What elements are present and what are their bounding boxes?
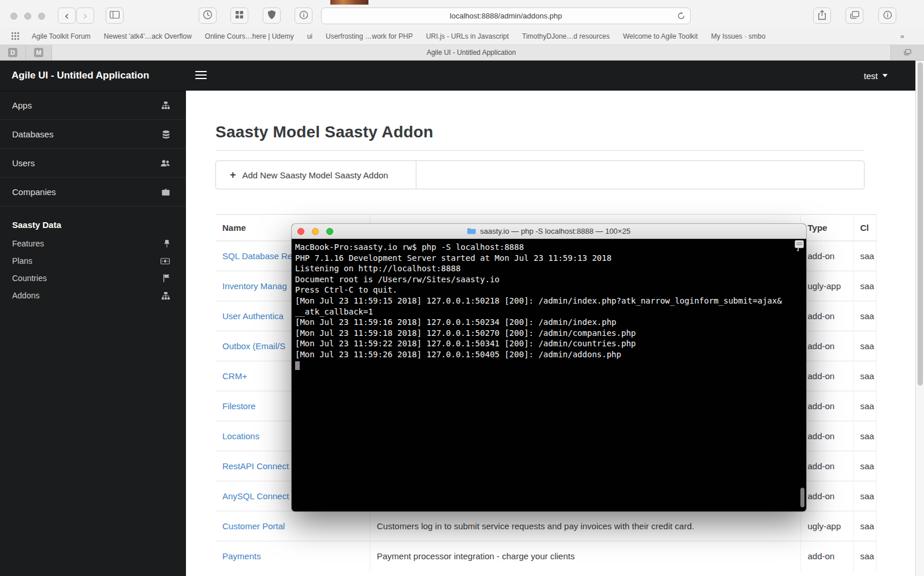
- pinned-tab-favicon: M: [34, 48, 43, 57]
- hamburger-menu-icon[interactable]: [195, 71, 207, 81]
- back-button[interactable]: ‹: [58, 8, 76, 24]
- terminal-content[interactable]: MacBook-Pro:saasty.io rw$ php -S localho…: [292, 239, 806, 511]
- bookmark-item[interactable]: Online Cours…here | Udemy: [205, 32, 294, 40]
- addon-name-link[interactable]: Locations: [222, 431, 259, 441]
- share-icon: [818, 10, 826, 22]
- terminal-line: PHP 7.1.16 Development Server started at…: [295, 253, 800, 264]
- type-cell: ugly-app: [800, 511, 853, 541]
- money-icon: [161, 258, 170, 264]
- address-bar[interactable]: localhost:8888/admin/addons.php: [321, 8, 691, 24]
- cl-cell: saa: [853, 481, 876, 511]
- sitemap-icon: [162, 102, 170, 109]
- sidebar-panel-icon: [110, 11, 120, 20]
- tab-overview-button[interactable]: [845, 8, 863, 24]
- database-icon: [162, 130, 170, 139]
- terminal-minimize-button[interactable]: [312, 228, 319, 235]
- sidebar-item-plans[interactable]: Plans: [0, 252, 186, 270]
- share-button[interactable]: [813, 8, 831, 24]
- table-row: PaymentsPayment processor integration - …: [215, 541, 876, 571]
- sidebar-item-features[interactable]: Features: [0, 235, 186, 252]
- tab-bar-overview-button[interactable]: [891, 45, 924, 60]
- addon-name-link[interactable]: User Authentica: [222, 311, 284, 321]
- terminal-window-icon: [795, 240, 804, 248]
- reload-icon[interactable]: [677, 12, 685, 20]
- info-extension-button[interactable]: [295, 8, 312, 24]
- addon-name-link[interactable]: CRM+: [222, 371, 247, 381]
- bookmark-item[interactable]: My Issues · smbo: [711, 32, 765, 40]
- bookmark-item[interactable]: Newest 'atk4'…ack Overflow: [104, 32, 192, 40]
- add-new-button[interactable]: + Add New Saasty Model Saasty Addon: [216, 161, 416, 189]
- type-cell: ugly-app: [800, 271, 853, 301]
- page-scrollbar[interactable]: [915, 61, 924, 576]
- terminal-close-button[interactable]: [297, 228, 304, 235]
- sidebar-item-countries[interactable]: Countries: [0, 270, 186, 287]
- sidebar-section-items: FeaturesPlansCountriesAddons: [0, 235, 186, 304]
- shield-extension-button[interactable]: [263, 8, 281, 24]
- bookmarks-bar: Agile Toolkit ForumNewest 'atk4'…ack Ove…: [0, 28, 924, 45]
- cl-cell: saa: [853, 271, 876, 301]
- sidebar-item-label: Countries: [12, 274, 47, 283]
- user-menu-label: test: [864, 71, 878, 81]
- terminal-cursor: [295, 361, 300, 370]
- tabs-icon: [850, 11, 859, 21]
- bookmark-item[interactable]: TimothyDJone…d resources: [522, 32, 610, 40]
- pinned-tab-favicon: D: [8, 48, 17, 57]
- window-zoom-button[interactable]: [38, 13, 45, 20]
- addon-name-link[interactable]: Filestore: [222, 401, 256, 411]
- page-info-button[interactable]: [878, 8, 896, 24]
- addon-name-link[interactable]: Outbox (Email/S: [222, 341, 285, 351]
- name-cell: Customer Portal: [215, 511, 370, 541]
- type-cell: add-on: [800, 241, 853, 271]
- sidebar-item-apps[interactable]: Apps: [0, 91, 186, 120]
- shield-icon: [267, 10, 276, 21]
- pinned-tab-d[interactable]: D: [0, 45, 26, 60]
- type-cell: add-on: [800, 541, 853, 571]
- addon-name-link[interactable]: Customer Portal: [222, 521, 285, 531]
- bookmark-item[interactable]: Userfrosting …work for PHP: [326, 32, 413, 40]
- sidebar-item-label: Apps: [12, 100, 32, 110]
- terminal-scrollbar-thumb[interactable]: [800, 488, 804, 507]
- terminal-line: [Mon Jul 23 11:59:18 2018] 127.0.0.1:502…: [295, 328, 800, 339]
- addon-name-link[interactable]: Inventory Manag: [222, 281, 287, 291]
- column-header-cl[interactable]: Cl: [853, 215, 876, 241]
- page-scrollbar-thumb[interactable]: [918, 62, 923, 386]
- sidebar-main-items: AppsDatabasesUsersCompanies: [0, 91, 186, 207]
- bookmark-item[interactable]: Agile Toolkit Forum: [32, 32, 91, 40]
- bookmarks-overflow-chevrons[interactable]: »: [896, 28, 904, 45]
- briefcase-icon: [162, 188, 170, 196]
- addon-name-link[interactable]: AnySQL Connect: [222, 491, 289, 501]
- addon-name-link[interactable]: RestAPI Connect: [222, 461, 289, 471]
- bookmark-item[interactable]: URI.js - URLs in Javascript: [426, 32, 509, 40]
- grid-extension-button[interactable]: [230, 8, 248, 24]
- type-cell: add-on: [800, 301, 853, 331]
- sidebar-toggle-button[interactable]: [106, 8, 124, 24]
- sidebar-item-databases[interactable]: Databases: [0, 120, 186, 149]
- chevron-right-icon: ›: [83, 10, 88, 21]
- addon-name-link[interactable]: SQL Database Re: [222, 251, 292, 261]
- active-tab[interactable]: Agile UI - Untitled Application: [52, 45, 891, 60]
- bookmark-item[interactable]: Welcome to Agile Toolkit: [623, 32, 698, 40]
- sidebar-item-addons[interactable]: Addons: [0, 287, 186, 304]
- cl-cell: saa: [853, 541, 876, 571]
- sidebar-item-users[interactable]: Users: [0, 149, 186, 178]
- terminal-zoom-button[interactable]: [326, 228, 333, 235]
- sidebar-item-label: Users: [12, 158, 35, 168]
- terminal-titlebar[interactable]: saasty.io — php -S localhost:8888 — 100×…: [292, 224, 806, 239]
- user-menu-dropdown[interactable]: test: [864, 61, 888, 91]
- addon-name-link[interactable]: Payments: [222, 551, 261, 561]
- desktop-wallpaper-sliver: [330, 0, 368, 5]
- forward-button[interactable]: ›: [76, 8, 94, 24]
- terminal-cursor-line: [295, 360, 800, 371]
- sidebar-item-companies[interactable]: Companies: [0, 178, 186, 207]
- terminal-line: __atk_callback=1: [295, 306, 800, 317]
- info-circle-icon: [883, 10, 892, 21]
- terminal-line: [Mon Jul 23 11:59:26 2018] 127.0.0.1:504…: [295, 349, 800, 360]
- pinned-tab-m[interactable]: M: [26, 45, 52, 60]
- history-extension-button[interactable]: [199, 8, 217, 24]
- info-circle-icon: [299, 10, 308, 21]
- bookmark-item[interactable]: ui: [307, 32, 312, 40]
- column-header-type[interactable]: Type: [800, 215, 853, 241]
- favorites-grid-icon[interactable]: [12, 32, 19, 40]
- window-close-button[interactable]: [10, 13, 17, 20]
- window-minimize-button[interactable]: [24, 13, 31, 20]
